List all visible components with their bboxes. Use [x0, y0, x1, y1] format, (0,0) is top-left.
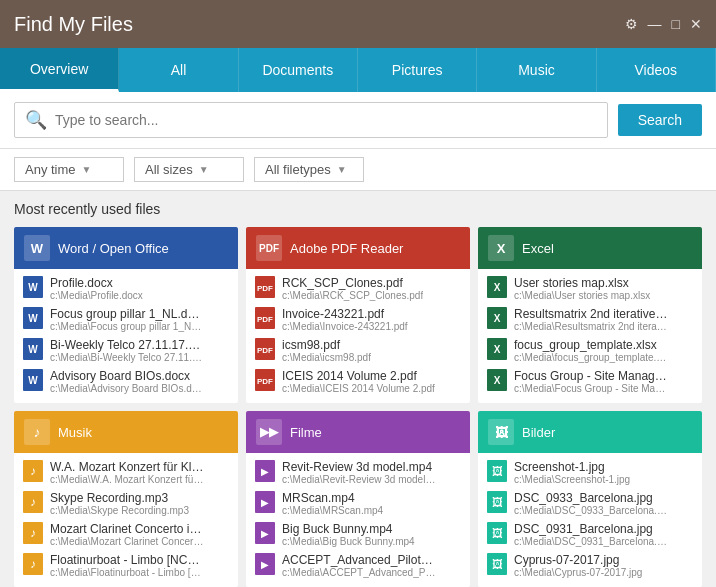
search-button[interactable]: Search — [618, 104, 702, 136]
file-path: c:\Media\ICEIS 2014 Volume 2.pdf — [282, 383, 435, 394]
category-card-excel: X Excel X User stories map.xlsx c:\Media… — [478, 227, 702, 403]
list-item[interactable]: PDF Invoice-243221.pdf c:\Media\Invoice-… — [252, 304, 464, 335]
excel-file-icon: X — [486, 276, 508, 298]
category-header-bilder: 🖼 Bilder — [478, 411, 702, 453]
search-input[interactable] — [55, 112, 597, 128]
file-list-filme: ▶ Revit-Review 3d model.mp4 c:\Media\Rev… — [246, 453, 470, 587]
filter-size[interactable]: All sizes ▼ — [134, 157, 244, 182]
file-path: c:\Media\DSC_0931_Barcelona.jpg — [514, 536, 669, 547]
list-item[interactable]: ▶ MRScan.mp4 c:\Media\MRScan.mp4 — [252, 488, 464, 519]
pdf-file-icon: PDF — [254, 369, 276, 391]
svg-text:W: W — [28, 344, 38, 355]
list-item[interactable]: ♪ W.A. Mozart Konzert für Klarinetten un… — [20, 457, 232, 488]
file-name: Screenshot-1.jpg — [514, 460, 630, 474]
excel-file-icon: X — [486, 307, 508, 329]
file-path: c:\Media\Screenshot-1.jpg — [514, 474, 630, 485]
list-item[interactable]: 🖼 Screenshot-1.jpg c:\Media\Screenshot-1… — [484, 457, 696, 488]
list-item[interactable]: ♪ Mozart Clarinet Concerto in A major K … — [20, 519, 232, 550]
file-name: MRScan.mp4 — [282, 491, 383, 505]
content-area: Most recently used files W Word / Open O… — [0, 191, 716, 587]
list-item[interactable]: W Bi-Weekly Telco 27.11.17.docx c:\Media… — [20, 335, 232, 366]
list-item[interactable]: ▶ ACCEPT_Advanced_Pilot_Transfer_Knowle.… — [252, 550, 464, 581]
svg-text:🖼: 🖼 — [492, 465, 503, 477]
file-list-bilder: 🖼 Screenshot-1.jpg c:\Media\Screenshot-1… — [478, 453, 702, 587]
file-list-excel: X User stories map.xlsx c:\Media\User st… — [478, 269, 702, 403]
file-name: Invoice-243221.pdf — [282, 307, 408, 321]
file-name: ICEIS 2014 Volume 2.pdf — [282, 369, 435, 383]
category-name-pdf: Adobe PDF Reader — [290, 241, 403, 256]
doc-icon: W — [22, 276, 44, 298]
svg-text:♪: ♪ — [30, 495, 36, 509]
settings-icon[interactable]: ⚙ — [625, 16, 638, 32]
minimize-icon[interactable]: — — [648, 16, 662, 32]
svg-text:♪: ♪ — [30, 464, 36, 478]
list-item[interactable]: X User stories map.xlsx c:\Media\User st… — [484, 273, 696, 304]
list-item[interactable]: 🖼 Cyprus-07-2017.jpg c:\Media\Cyprus-07-… — [484, 550, 696, 581]
list-item[interactable]: ▶ Revit-Review 3d model.mp4 c:\Media\Rev… — [252, 457, 464, 488]
list-item[interactable]: W Focus group pillar 1_NL.docx c:\Media\… — [20, 304, 232, 335]
list-item[interactable]: W Profile.docx c:\Media\Profile.docx — [20, 273, 232, 304]
search-box[interactable]: 🔍 — [14, 102, 608, 138]
list-item[interactable]: X focus_group_template.xlsx c:\Media\foc… — [484, 335, 696, 366]
category-name-excel: Excel — [522, 241, 554, 256]
svg-text:X: X — [494, 375, 501, 386]
list-item[interactable]: W Advisory Board BIOs.docx c:\Media\Advi… — [20, 366, 232, 397]
image-file-icon: 🖼 — [486, 460, 508, 482]
maximize-icon[interactable]: □ — [672, 16, 680, 32]
word-icon: W — [24, 235, 50, 261]
category-header-word: W Word / Open Office — [14, 227, 238, 269]
file-path: c:\Media\MRScan.mp4 — [282, 505, 383, 516]
file-name: User stories map.xlsx — [514, 276, 650, 290]
file-name: Resultsmatrix 2nd iterative sessions.xls… — [514, 307, 669, 321]
app-title: Find My Files — [14, 13, 133, 36]
tab-documents[interactable]: Documents — [239, 48, 358, 92]
svg-text:X: X — [494, 282, 501, 293]
pdf-file-icon: PDF — [254, 307, 276, 329]
category-card-word: W Word / Open Office W Profile.docx c:\M… — [14, 227, 238, 403]
list-item[interactable]: ♪ Floatinurboat - Limbo [NCS Release].mp… — [20, 550, 232, 581]
filter-time[interactable]: Any time ▼ — [14, 157, 124, 182]
list-item[interactable]: PDF RCK_SCP_Clones.pdf c:\Media\RCK_SCP_… — [252, 273, 464, 304]
tab-music[interactable]: Music — [477, 48, 596, 92]
file-name: focus_group_template.xlsx — [514, 338, 669, 352]
chevron-down-icon: ▼ — [82, 164, 92, 175]
list-item[interactable]: 🖼 DSC_0933_Barcelona.jpg c:\Media\DSC_09… — [484, 488, 696, 519]
music-file-icon: ♪ — [22, 460, 44, 482]
close-icon[interactable]: ✕ — [690, 16, 702, 32]
file-path: c:\Media\Focus Group - Site Managers UK.… — [514, 383, 669, 394]
tab-overview[interactable]: Overview — [0, 48, 119, 92]
file-name: DSC_0933_Barcelona.jpg — [514, 491, 669, 505]
svg-text:W: W — [28, 375, 38, 386]
svg-text:W: W — [28, 282, 38, 293]
category-name-bilder: Bilder — [522, 425, 555, 440]
window-controls: ⚙ — □ ✕ — [625, 16, 702, 32]
tab-videos[interactable]: Videos — [597, 48, 716, 92]
list-item[interactable]: PDF ICEIS 2014 Volume 2.pdf c:\Media\ICE… — [252, 366, 464, 397]
svg-text:🖼: 🖼 — [492, 527, 503, 539]
list-item[interactable]: ♪ Skype Recording.mp3 c:\Media\Skype Rec… — [20, 488, 232, 519]
list-item[interactable]: X Focus Group - Site Managers UK.xlsx c:… — [484, 366, 696, 397]
list-item[interactable]: X Resultsmatrix 2nd iterative sessions.x… — [484, 304, 696, 335]
file-name: Big Buck Bunny.mp4 — [282, 522, 415, 536]
file-path: c:\Media\W.A. Mozart Konzert für Klarine… — [50, 474, 205, 485]
file-list-musik: ♪ W.A. Mozart Konzert für Klarinetten un… — [14, 453, 238, 587]
category-grid: W Word / Open Office W Profile.docx c:\M… — [14, 227, 702, 587]
filter-filetype[interactable]: All filetypes ▼ — [254, 157, 364, 182]
chevron-down-icon: ▼ — [337, 164, 347, 175]
pdf-file-icon: PDF — [254, 338, 276, 360]
search-area: 🔍 Search — [0, 92, 716, 149]
search-icon: 🔍 — [25, 109, 47, 131]
list-item[interactable]: PDF icsm98.pdf c:\Media\icsm98.pdf — [252, 335, 464, 366]
svg-text:♪: ♪ — [30, 557, 36, 571]
list-item[interactable]: 🖼 DSC_0931_Barcelona.jpg c:\Media\DSC_09… — [484, 519, 696, 550]
tab-all[interactable]: All — [119, 48, 238, 92]
tab-pictures[interactable]: Pictures — [358, 48, 477, 92]
doc-icon: W — [22, 369, 44, 391]
file-path: c:\Media\Mozart Clarinet Concerto in A m… — [50, 536, 205, 547]
file-name: Revit-Review 3d model.mp4 — [282, 460, 437, 474]
file-list-pdf: PDF RCK_SCP_Clones.pdf c:\Media\RCK_SCP_… — [246, 269, 470, 403]
list-item[interactable]: ▶ Big Buck Bunny.mp4 c:\Media\Big Buck B… — [252, 519, 464, 550]
file-list-word: W Profile.docx c:\Media\Profile.docx W F… — [14, 269, 238, 403]
svg-text:X: X — [494, 344, 501, 355]
filme-icon: ▶▶ — [256, 419, 282, 445]
